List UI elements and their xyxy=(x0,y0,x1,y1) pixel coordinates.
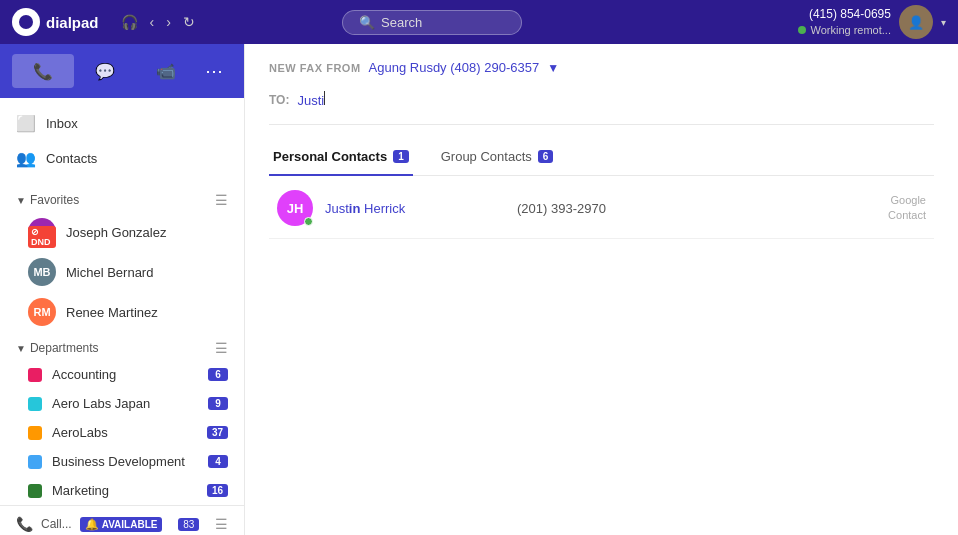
user-status: Working remot... xyxy=(798,23,891,37)
tab-group-contacts[interactable]: Group Contacts 6 xyxy=(437,141,558,176)
contact-name-suffix: Herrick xyxy=(360,201,405,216)
nav-refresh-button[interactable]: ↻ xyxy=(179,12,199,32)
fav-avatar-michel: MB xyxy=(28,258,56,286)
more-button[interactable]: ⋯ xyxy=(197,54,232,88)
favorites-edit-icon[interactable]: ☰ xyxy=(215,192,228,208)
sidebar-actions: 📞 💬 📹 ⋯ xyxy=(0,44,244,98)
sidebar-item-inbox[interactable]: ⬜ Inbox xyxy=(0,106,244,141)
tab-group-label: Group Contacts xyxy=(441,149,532,164)
aerolabs-japan-name: Aero Labs Japan xyxy=(52,396,198,411)
favorites-label: Favorites xyxy=(30,193,79,207)
business-dev-color xyxy=(28,455,42,469)
fax-label: NEW FAX FROM xyxy=(269,62,361,74)
departments-edit-icon[interactable]: ☰ xyxy=(215,340,228,356)
dept-item-marketing[interactable]: Marketing 16 xyxy=(0,476,244,505)
dept-item-aerolabs[interactable]: AeroLabs 37 xyxy=(0,418,244,447)
app-logo: dialpad xyxy=(12,8,99,36)
tab-personal-badge: 1 xyxy=(393,150,409,163)
business-dev-badge: 4 xyxy=(208,455,228,468)
nav-headphones-icon[interactable]: 🎧 xyxy=(117,12,142,32)
online-indicator xyxy=(304,217,313,226)
search-text: Search xyxy=(381,15,422,30)
top-navigation: dialpad 🎧 ‹ › ↻ 🔍 Search (415) 854-0695 … xyxy=(0,0,958,44)
tab-group-badge: 6 xyxy=(538,150,554,163)
source-line1: Google xyxy=(888,193,926,208)
accounting-badge: 6 xyxy=(208,368,228,381)
call-icon: 📞 xyxy=(16,516,33,532)
dept-item-accounting[interactable]: Accounting 6 xyxy=(0,360,244,389)
logo-icon xyxy=(12,8,40,36)
departments-label: Departments xyxy=(30,341,99,355)
sidebar-bottom-bar: 📞 Call... 🔔 AVAILABLE 83 ☰ xyxy=(0,505,244,535)
nav-forward-button[interactable]: › xyxy=(162,12,175,32)
fav-name-renee: Renee Martinez xyxy=(66,305,228,320)
fax-dropdown-icon[interactable]: ▼ xyxy=(547,61,559,75)
status-text: Working remot... xyxy=(810,23,891,37)
fav-item-michel[interactable]: MB Michel Bernard xyxy=(0,252,244,292)
dnd-badge: ⊘ DND xyxy=(28,226,56,248)
marketing-name: Marketing xyxy=(52,483,197,498)
search-bar[interactable]: 🔍 Search xyxy=(342,10,522,35)
accounting-name: Accounting xyxy=(52,367,198,382)
contact-list: JH Justin Herrick (201) 393-2970 Google … xyxy=(269,178,934,519)
contact-initials-justin: JH xyxy=(287,201,304,216)
dept-item-aerolabs-japan[interactable]: Aero Labs Japan 9 xyxy=(0,389,244,418)
chat-button[interactable]: 💬 xyxy=(74,54,136,88)
fax-header: NEW FAX FROM Agung Rusdy (408) 290-6357 … xyxy=(269,60,934,75)
tab-personal-contacts[interactable]: Personal Contacts 1 xyxy=(269,141,413,176)
fav-name-michel: Michel Bernard xyxy=(66,265,228,280)
to-value: Justi xyxy=(297,91,325,108)
fav-item-joseph[interactable]: JG ⊘ DND Joseph Gonzalez xyxy=(0,212,244,252)
contact-avatar-justin: JH xyxy=(277,190,313,226)
aerolabs-japan-badge: 9 xyxy=(208,397,228,410)
fav-name-joseph: Joseph Gonzalez xyxy=(66,225,228,240)
fax-sender[interactable]: Agung Rusdy (408) 290-6357 xyxy=(369,60,540,75)
user-info: (415) 854-0695 Working remot... 👤 ▾ xyxy=(798,5,946,39)
chevron-down-icon[interactable]: ▾ xyxy=(941,17,946,28)
source-line2: Contact xyxy=(888,208,926,223)
phone-number: (415) 854-0695 xyxy=(798,7,891,23)
tabs-row: Personal Contacts 1 Group Contacts 6 xyxy=(269,141,934,176)
cursor-blink xyxy=(324,91,325,105)
phone-button[interactable]: 📞 xyxy=(12,54,74,88)
available-label: AVAILABLE xyxy=(102,519,158,530)
fav-item-renee[interactable]: RM Renee Martinez xyxy=(0,292,244,332)
app-name: dialpad xyxy=(46,14,99,31)
search-icon: 🔍 xyxy=(359,15,375,30)
fav-avatar-joseph: JG ⊘ DND xyxy=(28,218,56,246)
contacts-label: Contacts xyxy=(46,151,97,166)
departments-section-header[interactable]: ▼ Departments ☰ xyxy=(0,332,244,360)
sidebar-nav: ⬜ Inbox 👥 Contacts xyxy=(0,98,244,184)
call-label: Call... xyxy=(41,517,72,531)
avatar[interactable]: 👤 xyxy=(899,5,933,39)
fav-initials-renee: RM xyxy=(33,306,50,318)
contact-name-prefix: Just xyxy=(325,201,349,216)
to-value-text: Justi xyxy=(297,93,324,108)
bell-icon: 🔔 xyxy=(85,518,99,531)
avatar-initials: 👤 xyxy=(908,15,924,30)
departments-arrow-icon: ▼ xyxy=(16,343,26,354)
sidebar-item-contacts[interactable]: 👥 Contacts xyxy=(0,141,244,176)
aerolabs-japan-color xyxy=(28,397,42,411)
marketing-badge: 16 xyxy=(207,484,228,497)
marketing-color xyxy=(28,484,42,498)
business-dev-name: Business Development xyxy=(52,454,198,469)
table-row[interactable]: JH Justin Herrick (201) 393-2970 Google … xyxy=(269,178,934,239)
aerolabs-badge: 37 xyxy=(207,426,228,439)
nav-back-button[interactable]: ‹ xyxy=(146,12,159,32)
inbox-icon: ⬜ xyxy=(16,114,36,133)
favorites-section-header[interactable]: ▼ Favorites ☰ xyxy=(0,184,244,212)
available-badge: 🔔 AVAILABLE xyxy=(80,517,163,532)
dept-item-business-dev[interactable]: Business Development 4 xyxy=(0,447,244,476)
nav-arrows: 🎧 ‹ › ↻ xyxy=(117,12,199,32)
sidebar: 📞 💬 📹 ⋯ ⬜ Inbox 👥 Contacts ▼ Favorites ☰… xyxy=(0,44,245,535)
bottom-bar-menu-icon[interactable]: ☰ xyxy=(215,516,228,532)
contact-source-justin: Google Contact xyxy=(888,193,926,224)
aerolabs-name: AeroLabs xyxy=(52,425,197,440)
accounting-color xyxy=(28,368,42,382)
to-row: TO: Justi xyxy=(269,91,934,125)
video-button[interactable]: 📹 xyxy=(135,54,197,88)
contact-phone-justin: (201) 393-2970 xyxy=(517,201,876,216)
user-phone-display: (415) 854-0695 Working remot... xyxy=(798,7,891,37)
contact-name-justin: Justin Herrick xyxy=(325,201,505,216)
